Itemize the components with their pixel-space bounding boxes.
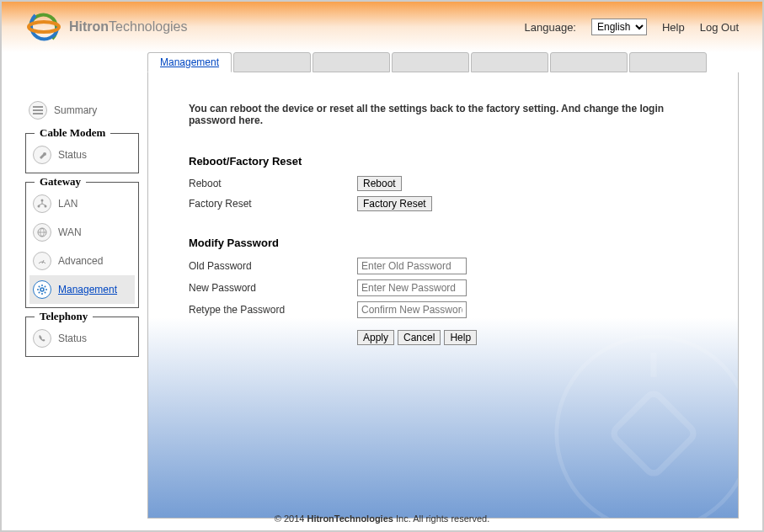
sidebar-item-tel-status[interactable]: Status — [29, 324, 135, 353]
watermark-icon — [553, 332, 739, 519]
svg-rect-2 — [33, 109, 43, 111]
tab-empty — [550, 52, 628, 72]
svg-point-9 — [40, 288, 44, 291]
page-header: HitronTechnologies Language: English Hel… — [2, 2, 762, 52]
sidebar-group-telephony: Telephony Status — [25, 317, 139, 357]
main-area: Management You can reboot the device or … — [147, 52, 739, 519]
section-password-title: Modify Password — [189, 237, 697, 249]
panel-description: You can reboot the device or reset all t… — [189, 103, 697, 126]
sidebar-item-label: Status — [58, 332, 87, 344]
content-panel: You can reboot the device or reset all t… — [147, 72, 739, 519]
section-reboot-title: Reboot/Factory Reset — [189, 155, 697, 168]
sidebar-item-summary[interactable]: Summary — [25, 96, 139, 125]
phone-icon — [33, 329, 51, 348]
tab-empty — [471, 52, 548, 72]
svg-point-10 — [557, 337, 739, 519]
sidebar-item-lan[interactable]: LAN — [29, 189, 135, 218]
sidebar-item-advanced[interactable]: Advanced — [29, 247, 135, 275]
gear-icon — [33, 280, 51, 299]
new-password-input[interactable] — [357, 279, 467, 296]
logo: HitronTechnologies — [25, 8, 188, 45]
sidebar-group-gateway: Gateway LAN WAN Advanced — [25, 182, 139, 308]
wrench-icon — [33, 146, 51, 164]
network-icon — [33, 194, 51, 213]
cancel-button[interactable]: Cancel — [398, 330, 441, 345]
tab-empty — [313, 52, 390, 72]
logo-swirl-icon — [25, 8, 62, 45]
svg-rect-1 — [33, 106, 43, 108]
sidebar-group-cable-modem: Cable Modem Status — [25, 133, 139, 173]
globe-icon — [33, 223, 51, 242]
tab-empty — [392, 52, 469, 72]
group-title: Gateway — [35, 175, 86, 189]
svg-rect-3 — [33, 113, 43, 114]
language-select[interactable]: English — [591, 19, 647, 35]
tab-label: Management — [160, 56, 219, 68]
group-title: Telephony — [35, 310, 93, 323]
sidebar-item-label: Summary — [54, 104, 97, 116]
sidebar-item-management[interactable]: Management — [29, 275, 135, 304]
sidebar-item-label: Advanced — [58, 255, 103, 267]
tab-empty — [629, 52, 707, 72]
sidebar-item-label: Management — [58, 284, 117, 295]
logout-link[interactable]: Log Out — [700, 21, 739, 34]
language-label: Language: — [525, 21, 576, 34]
svg-point-0 — [29, 22, 59, 32]
group-title: Cable Modem — [35, 126, 110, 140]
help-link[interactable]: Help — [662, 21, 685, 34]
old-password-label: Old Password — [189, 260, 357, 272]
apply-button[interactable]: Apply — [357, 330, 394, 345]
sidebar-item-cable-status[interactable]: Status — [29, 141, 135, 169]
sidebar: Summary Cable Modem Status Gateway LAN — [25, 52, 139, 519]
sidebar-item-label: LAN — [58, 198, 77, 210]
tab-management[interactable]: Management — [147, 52, 232, 72]
summary-icon — [29, 101, 47, 120]
logo-text: HitronTechnologies — [69, 19, 188, 35]
sidebar-item-wan[interactable]: WAN — [29, 218, 135, 247]
sidebar-item-label: Status — [58, 149, 87, 161]
footer: © 2014 HitronTechnologies Inc. All right… — [2, 513, 762, 524]
old-password-input[interactable] — [357, 258, 467, 274]
gauge-icon — [33, 252, 51, 270]
tab-empty — [233, 52, 311, 72]
new-password-label: New Password — [189, 282, 357, 294]
retype-password-label: Retype the Password — [189, 304, 357, 316]
factory-reset-label: Factory Reset — [189, 198, 357, 210]
factory-reset-button[interactable]: Factory Reset — [357, 196, 432, 211]
reboot-label: Reboot — [189, 178, 357, 189]
tabs: Management — [147, 52, 739, 72]
help-button[interactable]: Help — [444, 330, 477, 345]
svg-rect-11 — [611, 391, 697, 476]
sidebar-item-label: WAN — [58, 226, 82, 238]
reboot-button[interactable]: Reboot — [357, 176, 402, 191]
header-right: Language: English Help Log Out — [525, 19, 739, 35]
retype-password-input[interactable] — [357, 301, 467, 318]
